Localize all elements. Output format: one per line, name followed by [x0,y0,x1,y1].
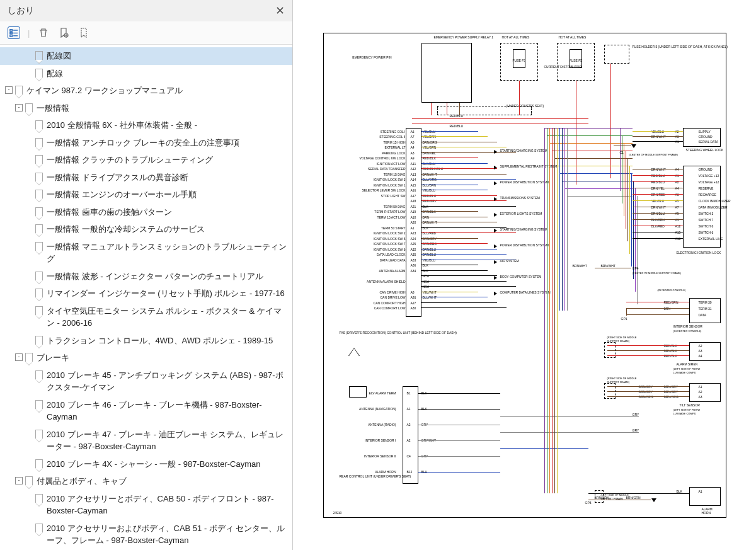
tree-item[interactable]: タイヤ空気圧モニター システム ポルシェ - ボクスター & ケイマン - 20… [0,302,292,332]
tree-item[interactable]: -ケイマン 987.2 ワークショップマニュアル [0,82,292,100]
wire [633,238,683,239]
bookmark-icon [35,272,43,280]
tree-item[interactable]: 一般情報 エンジンのオーバーホール手順 [0,186,292,203]
schematic-label: BLK [677,490,682,493]
wire [631,173,632,266]
expand-toggle[interactable]: - [15,104,23,112]
tree-item[interactable]: 一般情報 ドライブアクスルの異音診断 [0,169,292,186]
expand-toggle [25,156,33,163]
schematic-label: IGNITION LOCK SW 6 [355,248,406,251]
tree-item[interactable]: リマインダー インジケーター (リセット手順) ポルシェ - 1977-16 [0,285,292,302]
schematic-label: BRN/VEL [423,151,436,155]
schematic-label: SERIAL DATA [699,140,719,144]
schematic-label: CAN COMFORT HIGH [355,301,406,305]
tree-item[interactable]: 一般情報 クラッチのトラブルシューティング [0,151,292,169]
tree-item-label: 2010 全般情報 6X - 社外車体装備 - 全般 - [47,119,287,132]
close-icon[interactable]: ✕ [275,4,285,18]
wire [633,194,683,195]
expand-toggle [25,336,33,344]
tree-item[interactable]: 2010 アクセサリーおよびボディ、CAB 51 - ボディ センター、ルーフ、… [0,520,292,549]
schematic-label: BRN [664,307,671,311]
schematic-label: HOT AT ALL TIMES [502,35,530,39]
schematic-label: YEL/BLU [423,188,436,192]
outline-icon[interactable] [8,26,20,39]
tree-item[interactable]: 配線図 [0,47,292,65]
trash-icon[interactable] [37,26,50,39]
wire [421,158,478,158]
schematic-label: BRN/WHT [423,221,437,224]
tree-item[interactable]: -一般情報 [0,100,292,117]
schematic-label: TERM 15 HIGH [355,140,406,144]
tree-item[interactable]: 一般情報 マニュアルトランスミッションのトラブルシューティング [0,238,292,268]
wire [421,168,497,169]
schematic-label: BRN/GRY [664,390,679,394]
expand-toggle[interactable]: - [15,477,23,484]
wire [421,265,478,265]
schematic-label: BLK [423,226,428,230]
wire [627,158,628,241]
tree-item[interactable]: 一般情報 波形 - インジェクター パターンのチュートリアル [0,268,292,285]
tree-item[interactable]: 2010 ブレーキ 46 - ブレーキ - ブレーキ機構 - 987-Boxst… [0,396,292,426]
tree-item-label: 2010 ブレーキ 4X - シャーシ - 一般 - 987-Boxster-C… [47,458,287,471]
bookmark-add-icon[interactable] [57,26,70,39]
tree-item[interactable]: 2010 全般情報 6X - 社外車体装備 - 全般 - [0,117,292,134]
schematic-label: IGNITION LOCK SW 3 [355,178,406,181]
wire [544,311,545,493]
schematic-label: VOLTAGE +12 [699,180,719,184]
schematic-label: BRN/BLK [664,349,677,353]
bookmark-sync-icon[interactable] [77,26,90,39]
tree-item[interactable]: -ブレーキ [0,349,292,367]
bookmark-icon [35,459,43,468]
schematic-block [513,49,525,68]
schematic-label: A1 [699,385,702,389]
bookmark-icon [35,306,43,315]
schematic-block [689,342,721,361]
expand-toggle [25,243,33,250]
tree-item[interactable]: 配線 [0,65,292,83]
tree-item-label: 付属品とボディ、キャブ [37,475,287,488]
expand-toggle[interactable]: - [15,353,23,361]
expand-toggle [25,208,33,215]
schematic-label: BRN/RED [651,193,666,197]
wire [421,292,478,292]
wire [562,128,563,311]
tree-item[interactable]: 2010 アクセサリーとボディ、CAB 50 - ボディフロント - 987-B… [0,490,292,520]
bookmark-icon [35,155,43,164]
tree-item[interactable]: 一般情報 アンチロック ブレーキの安全上の注意事項 [0,134,292,152]
schematic-label: STOP LIGHT SW [355,194,406,198]
schematic-label: YEL/WHT [423,290,437,294]
schematic-label: TERM R START LOW [355,210,406,214]
schematic-label: (IN CENTER CONSOLE) [658,289,686,292]
schematic-label: ALARM SIREN [677,362,698,366]
schematic-label: (CENTER OF MIDDLE SUPPORT FRAME) [633,272,681,275]
expand-toggle[interactable]: - [5,86,13,94]
sidebar-header: しおり ✕ [0,0,292,21]
wire [633,181,634,279]
tree-item[interactable]: -付属品とボディ、キャブ [0,473,292,490]
schematic-label: RED/BLU [450,114,464,118]
schematic-label: BRN/GRY [664,385,679,389]
schematic-label: BRN/GRY [639,390,653,394]
tree-item[interactable]: 2010 ブレーキ 47 - ブレーキ - 油圧ブレーキ システム、レギュレータ… [0,426,292,455]
schematic-label: A1 [699,490,702,493]
schematic-label: DATA [699,313,707,317]
schematic-label: A9 [675,212,679,215]
bookmark-tree[interactable]: 配線図配線-ケイマン 987.2 ワークショップマニュアル-一般情報2010 全… [0,45,292,550]
schematic-label: BLK/RED [651,224,665,228]
document-viewer[interactable]: EMERGENCY POWER SUPPLY RELAY 1EMERGENCY … [293,0,756,550]
tree-item[interactable]: 一般情報 一般的な冷却システムのサービス [0,221,292,238]
wire [554,311,555,493]
wire [421,217,488,217]
wire [421,302,497,303]
tree-item[interactable]: 2010 ブレーキ 45 - アンチブロッキング システム (ABS) - 98… [0,367,292,396]
schematic-label: COMPUTER DATA LINES SYSTEM [500,290,551,294]
schematic-label: FAS (DRIVER'S RECOGNITION) CONTROL UNIT … [340,331,403,335]
tree-item[interactable]: 一般情報 歯車の歯の接触パターン [0,203,292,221]
tree-item[interactable]: 2010 ブレーキ 4X - シャーシ - 一般 - 987-Boxster-C… [0,455,292,473]
tree-item[interactable]: トラクション コントロール、4WD、AWD ポルシェ - 1989-15 [0,332,292,350]
bookmark-icon [25,353,33,362]
schematic-label: RECHARGE [699,193,716,197]
expand-toggle [25,307,33,314]
tree-item-label: 2010 ブレーキ 47 - ブレーキ - 油圧ブレーキ システム、レギュレータ… [47,428,287,453]
wire [557,311,558,493]
